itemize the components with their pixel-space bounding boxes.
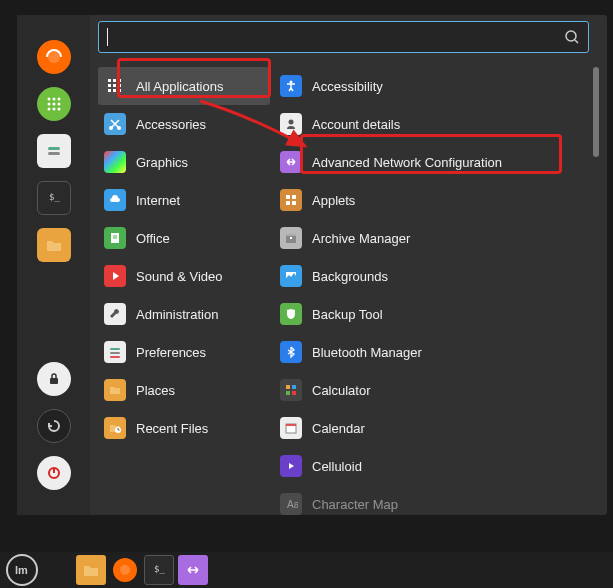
- application-list: Accessibility Account details Advanced N…: [270, 63, 591, 515]
- power-button[interactable]: [37, 456, 71, 490]
- app-applets[interactable]: Applets: [274, 181, 591, 219]
- application-menu: $_ All Applications: [17, 15, 607, 515]
- menu-button[interactable]: lm: [6, 554, 38, 586]
- document-icon: [104, 227, 126, 249]
- app-backup-tool[interactable]: Backup Tool: [274, 295, 591, 333]
- category-sound-video[interactable]: Sound & Video: [98, 257, 270, 295]
- category-graphics[interactable]: Graphics: [98, 143, 270, 181]
- category-accessories[interactable]: Accessories: [98, 105, 270, 143]
- category-label: Preferences: [136, 345, 206, 360]
- svg-rect-23: [118, 84, 121, 87]
- category-all-applications[interactable]: All Applications: [98, 67, 270, 105]
- archive-icon: [280, 227, 302, 249]
- taskbar-firefox[interactable]: [110, 555, 140, 585]
- clock-folder-icon: [104, 417, 126, 439]
- app-accessibility[interactable]: Accessibility: [274, 67, 591, 105]
- svg-rect-13: [50, 378, 58, 384]
- svg-point-7: [47, 108, 50, 111]
- svg-point-1: [47, 98, 50, 101]
- logout-button[interactable]: [37, 409, 71, 443]
- svg-rect-44: [290, 237, 292, 239]
- app-label: Accessibility: [312, 79, 383, 94]
- app-label: Account details: [312, 117, 400, 132]
- category-label: Office: [136, 231, 170, 246]
- favorite-settings[interactable]: [37, 134, 71, 168]
- app-backgrounds[interactable]: Backgrounds: [274, 257, 591, 295]
- category-label: Places: [136, 383, 175, 398]
- app-archive-manager[interactable]: Archive Manager: [274, 219, 591, 257]
- palette-icon: [104, 151, 126, 173]
- svg-point-37: [289, 120, 294, 125]
- taskbar-terminal[interactable]: $_: [144, 555, 174, 585]
- svg-rect-48: [286, 391, 290, 395]
- category-places[interactable]: Places: [98, 371, 270, 409]
- svg-point-5: [52, 103, 55, 106]
- svg-point-2: [52, 98, 55, 101]
- bluetooth-icon: [280, 341, 302, 363]
- category-internet[interactable]: Internet: [98, 181, 270, 219]
- svg-point-54: [120, 565, 130, 575]
- app-bluetooth-manager[interactable]: Bluetooth Manager: [274, 333, 591, 371]
- app-label: Calendar: [312, 421, 365, 436]
- app-label: Backup Tool: [312, 307, 383, 322]
- app-label: Archive Manager: [312, 231, 410, 246]
- app-label: Celluloid: [312, 459, 362, 474]
- cloud-icon: [104, 189, 126, 211]
- svg-point-9: [57, 108, 60, 111]
- category-label: Sound & Video: [136, 269, 223, 284]
- favorite-firefox[interactable]: [37, 40, 71, 74]
- app-list-scrollbar[interactable]: [593, 67, 601, 511]
- charmap-icon: Aa: [280, 493, 302, 515]
- favorite-apps-grid[interactable]: [37, 87, 71, 121]
- svg-rect-19: [113, 79, 116, 82]
- svg-rect-51: [286, 424, 296, 426]
- menu-main: All Applications Accessories Graphics In…: [90, 15, 607, 515]
- mint-logo-icon: lm: [13, 561, 31, 579]
- svg-rect-21: [108, 84, 111, 87]
- category-list: All Applications Accessories Graphics In…: [90, 63, 270, 515]
- app-calculator[interactable]: Calculator: [274, 371, 591, 409]
- scissors-icon: [104, 113, 126, 135]
- category-label: Graphics: [136, 155, 188, 170]
- svg-point-8: [52, 108, 55, 111]
- app-label: Advanced Network Configuration: [312, 155, 502, 170]
- search-input[interactable]: [98, 21, 589, 53]
- app-label: Calculator: [312, 383, 371, 398]
- media-icon: [280, 455, 302, 477]
- svg-rect-39: [292, 195, 296, 199]
- app-label: Character Map: [312, 497, 398, 512]
- taskbar-files[interactable]: [76, 555, 106, 585]
- svg-point-3: [57, 98, 60, 101]
- svg-rect-11: [48, 152, 60, 155]
- svg-rect-38: [286, 195, 290, 199]
- svg-rect-40: [286, 201, 290, 205]
- image-icon: [280, 265, 302, 287]
- favorite-terminal[interactable]: $_: [37, 181, 71, 215]
- grid4-icon: [280, 189, 302, 211]
- lock-button[interactable]: [37, 362, 71, 396]
- svg-rect-22: [113, 84, 116, 87]
- app-label: Bluetooth Manager: [312, 345, 422, 360]
- taskbar-network-config[interactable]: [178, 555, 208, 585]
- accessibility-icon: [280, 75, 302, 97]
- category-recent-files[interactable]: Recent Files: [98, 409, 270, 447]
- svg-rect-18: [108, 79, 111, 82]
- favorite-files[interactable]: [37, 228, 71, 262]
- category-label: All Applications: [136, 79, 223, 94]
- app-celluloid[interactable]: Celluloid: [274, 447, 591, 485]
- category-administration[interactable]: Administration: [98, 295, 270, 333]
- svg-rect-20: [118, 79, 121, 82]
- category-preferences[interactable]: Preferences: [98, 333, 270, 371]
- svg-rect-26: [118, 89, 121, 92]
- svg-line-17: [575, 40, 578, 43]
- calendar-icon: [280, 417, 302, 439]
- app-character-map[interactable]: Aa Character Map: [274, 485, 591, 515]
- person-icon: [280, 113, 302, 135]
- shield-icon: [280, 303, 302, 325]
- svg-rect-24: [108, 89, 111, 92]
- app-advanced-network-configuration[interactable]: Advanced Network Configuration: [274, 143, 591, 181]
- app-calendar[interactable]: Calendar: [274, 409, 591, 447]
- svg-rect-33: [110, 352, 120, 354]
- category-office[interactable]: Office: [98, 219, 270, 257]
- app-account-details[interactable]: Account details: [274, 105, 591, 143]
